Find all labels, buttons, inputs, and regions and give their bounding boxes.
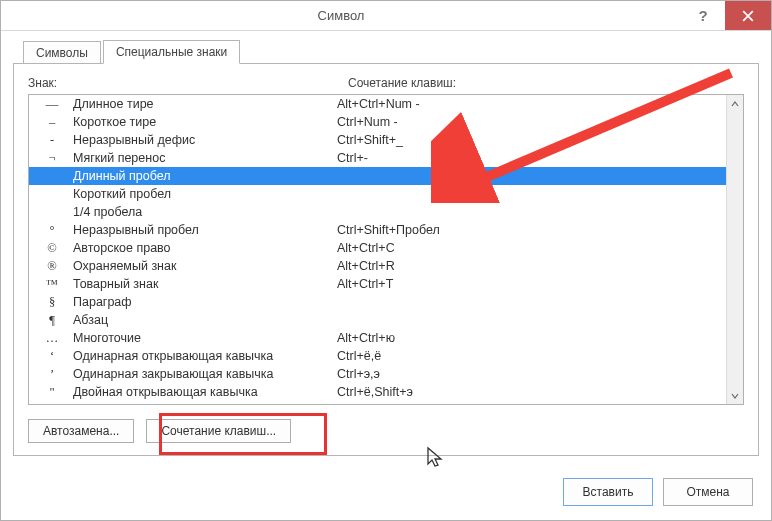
- symbol-shortcut: Ctrl+э,э: [337, 367, 726, 381]
- dialog-footer: Вставить Отмена: [1, 468, 771, 520]
- scroll-track[interactable]: [727, 112, 743, 387]
- tab-symbols[interactable]: Символы: [23, 41, 101, 64]
- symbol-glyph: —: [37, 97, 67, 112]
- symbol-glyph: -: [37, 133, 67, 148]
- symbol-glyph: §: [37, 295, 67, 310]
- tab-panel-special: Знак: Сочетание клавиш: —Длинное тиреAlt…: [13, 63, 759, 456]
- symbol-shortcut: Alt+Ctrl+Num -: [337, 97, 726, 111]
- column-headers: Знак: Сочетание клавиш:: [28, 76, 744, 90]
- symbol-glyph: ¬: [37, 151, 67, 166]
- symbol-dialog: Символ ? Символы Специальные знаки Знак:…: [0, 0, 772, 521]
- symbol-name: Короткое тире: [67, 115, 337, 129]
- insert-button[interactable]: Вставить: [563, 478, 653, 506]
- title-controls: ?: [681, 1, 771, 30]
- list-item[interactable]: ®Охраняемый знакAlt+Ctrl+R: [29, 257, 726, 275]
- close-button[interactable]: [725, 1, 771, 30]
- symbol-name: Длинный пробел: [67, 169, 337, 183]
- list-item[interactable]: ’Одинарная закрывающая кавычкаCtrl+э,э: [29, 365, 726, 383]
- symbol-shortcut: Ctrl+Shift+Пробел: [337, 223, 726, 237]
- symbol-shortcut: Alt+Ctrl+R: [337, 259, 726, 273]
- help-button[interactable]: ?: [681, 1, 725, 30]
- titlebar: Символ ?: [1, 1, 771, 31]
- close-icon: [742, 10, 754, 22]
- tab-strip: Символы Специальные знаки: [23, 37, 759, 63]
- symbol-glyph: ‘: [37, 349, 67, 364]
- symbol-shortcut: Ctrl+-: [337, 151, 726, 165]
- autocorrect-button[interactable]: Автозамена...: [28, 419, 134, 443]
- list-item[interactable]: –Короткое тиреCtrl+Num -: [29, 113, 726, 131]
- symbol-name: Двойная открывающая кавычка: [67, 385, 337, 399]
- symbol-glyph: –: [37, 115, 67, 130]
- list-item[interactable]: -Неразрывный дефисCtrl+Shift+_: [29, 131, 726, 149]
- chevron-up-icon: [731, 101, 739, 107]
- symbol-name: Одинарная закрывающая кавычка: [67, 367, 337, 381]
- symbol-name: 1/4 пробела: [67, 205, 337, 219]
- symbol-name: Авторское право: [67, 241, 337, 255]
- list-item[interactable]: Короткий пробел: [29, 185, 726, 203]
- symbol-name: Параграф: [67, 295, 337, 309]
- list-item[interactable]: ¶Абзац: [29, 311, 726, 329]
- panel-buttons: Автозамена... Сочетание клавиш...: [28, 419, 744, 443]
- symbol-shortcut: Ctrl+Shift+_: [337, 133, 726, 147]
- list-item[interactable]: °Неразрывный пробелCtrl+Shift+Пробел: [29, 221, 726, 239]
- chevron-down-icon: [731, 393, 739, 399]
- list-item[interactable]: ‘Одинарная открывающая кавычкаCtrl+ё,ё: [29, 347, 726, 365]
- symbol-name: Многоточие: [67, 331, 337, 345]
- symbol-glyph: ¶: [37, 313, 67, 328]
- symbol-glyph: ’: [37, 367, 67, 382]
- list-item[interactable]: …МноготочиеAlt+Ctrl+ю: [29, 329, 726, 347]
- list-item[interactable]: §Параграф: [29, 293, 726, 311]
- symbol-name: Неразрывный пробел: [67, 223, 337, 237]
- list-item[interactable]: ¬Мягкий переносCtrl+-: [29, 149, 726, 167]
- list-item[interactable]: 1/4 пробела: [29, 203, 726, 221]
- symbol-name: Длинное тире: [67, 97, 337, 111]
- symbol-glyph: ©: [37, 241, 67, 256]
- symbol-shortcut: Ctrl+ё,Shift+э: [337, 385, 726, 399]
- symbol-glyph: °: [37, 223, 67, 238]
- list-item[interactable]: ©Авторское правоAlt+Ctrl+C: [29, 239, 726, 257]
- symbol-name: Мягкий перенос: [67, 151, 337, 165]
- list-item[interactable]: Длинный пробел: [29, 167, 726, 185]
- header-shortcut: Сочетание клавиш:: [348, 76, 456, 90]
- scrollbar[interactable]: [726, 95, 743, 404]
- symbol-glyph: ®: [37, 259, 67, 274]
- symbol-name: Неразрывный дефис: [67, 133, 337, 147]
- character-list[interactable]: —Длинное тиреAlt+Ctrl+Num -–Короткое тир…: [29, 95, 726, 404]
- symbol-shortcut: Ctrl+Num -: [337, 115, 726, 129]
- list-item[interactable]: —Длинное тиреAlt+Ctrl+Num -: [29, 95, 726, 113]
- character-list-container: —Длинное тиреAlt+Ctrl+Num -–Короткое тир…: [28, 94, 744, 405]
- symbol-glyph: ": [37, 385, 67, 400]
- symbol-shortcut: Alt+Ctrl+C: [337, 241, 726, 255]
- shortcut-button[interactable]: Сочетание клавиш...: [146, 419, 291, 443]
- symbol-name: Абзац: [67, 313, 337, 327]
- cancel-button[interactable]: Отмена: [663, 478, 753, 506]
- scroll-down-button[interactable]: [727, 387, 743, 404]
- header-sign: Знак:: [28, 76, 348, 90]
- list-item[interactable]: ™Товарный знакAlt+Ctrl+T: [29, 275, 726, 293]
- symbol-shortcut: Alt+Ctrl+ю: [337, 331, 726, 345]
- scroll-up-button[interactable]: [727, 95, 743, 112]
- symbol-name: Одинарная открывающая кавычка: [67, 349, 337, 363]
- symbol-name: Товарный знак: [67, 277, 337, 291]
- symbol-glyph: ™: [37, 277, 67, 292]
- symbol-shortcut: Ctrl+ё,ё: [337, 349, 726, 363]
- symbol-name: Короткий пробел: [67, 187, 337, 201]
- content-area: Символы Специальные знаки Знак: Сочетани…: [1, 31, 771, 468]
- tab-special-chars[interactable]: Специальные знаки: [103, 40, 240, 64]
- dialog-title: Символ: [1, 8, 681, 23]
- list-item[interactable]: "Двойная открывающая кавычкаCtrl+ё,Shift…: [29, 383, 726, 401]
- symbol-shortcut: Alt+Ctrl+T: [337, 277, 726, 291]
- symbol-glyph: …: [37, 331, 67, 346]
- symbol-name: Охраняемый знак: [67, 259, 337, 273]
